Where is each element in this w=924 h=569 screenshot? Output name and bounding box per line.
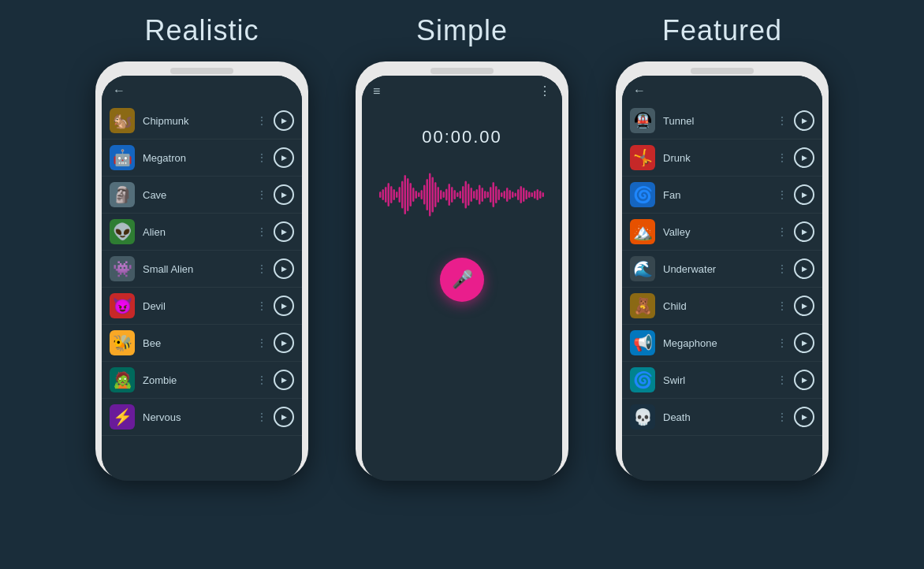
item-menu-icon[interactable]: ⋮ — [777, 226, 788, 237]
svg-rect-38 — [484, 191, 486, 199]
phone-simple: ≡⋮00:00.00🎤 — [356, 61, 568, 479]
phone-notch — [691, 68, 754, 74]
play-button[interactable]: ▶ — [274, 407, 294, 427]
filter-icon: 🧟 — [110, 367, 135, 392]
play-button[interactable]: ▶ — [274, 370, 294, 390]
svg-rect-23 — [443, 192, 445, 198]
filter-icon: 🚇 — [630, 108, 655, 133]
filter-name-label: Chipmunk — [143, 115, 257, 127]
item-menu-icon[interactable]: ⋮ — [257, 263, 267, 274]
play-button[interactable]: ▶ — [794, 370, 814, 390]
item-menu-icon[interactable]: ⋮ — [777, 300, 788, 311]
item-menu-icon[interactable]: ⋮ — [777, 411, 788, 422]
svg-rect-25 — [449, 184, 451, 206]
play-button[interactable]: ▶ — [274, 221, 294, 242]
play-button[interactable]: ▶ — [794, 221, 814, 242]
svg-rect-51 — [520, 186, 523, 203]
item-menu-icon[interactable]: ⋮ — [777, 337, 788, 348]
play-button[interactable]: ▶ — [794, 296, 814, 316]
svg-rect-5 — [393, 189, 396, 200]
svg-rect-20 — [434, 182, 437, 207]
svg-rect-21 — [438, 187, 440, 203]
svg-rect-35 — [476, 189, 479, 200]
filter-name-label: Child — [663, 300, 777, 312]
svg-rect-34 — [473, 191, 475, 199]
item-menu-icon[interactable]: ⋮ — [257, 411, 267, 422]
svg-rect-32 — [468, 184, 470, 206]
filter-icon: 😈 — [110, 293, 135, 318]
item-menu-icon[interactable]: ⋮ — [777, 152, 788, 163]
hamburger-icon[interactable]: ≡ — [373, 84, 380, 99]
filter-list: 🐿️Chipmunk⋮▶🤖Megatron⋮▶🗿Cave⋮▶👽Alien⋮▶👾S… — [102, 102, 302, 481]
item-menu-icon[interactable]: ⋮ — [257, 337, 267, 348]
svg-rect-0 — [379, 192, 382, 198]
item-menu-icon[interactable]: ⋮ — [777, 115, 788, 126]
item-menu-icon[interactable]: ⋮ — [257, 374, 267, 385]
item-menu-icon[interactable]: ⋮ — [257, 300, 267, 311]
filter-icon: 🤸 — [630, 145, 655, 170]
svg-rect-11 — [410, 183, 412, 206]
svg-rect-37 — [482, 188, 484, 202]
play-button[interactable]: ▶ — [274, 184, 294, 205]
filter-icon: 🤖 — [110, 145, 135, 170]
list-item: 😈Devil⋮▶ — [102, 288, 302, 325]
item-menu-icon[interactable]: ⋮ — [777, 374, 788, 385]
list-item: 🗿Cave⋮▶ — [102, 177, 302, 214]
svg-rect-43 — [498, 189, 501, 200]
play-button[interactable]: ▶ — [794, 333, 814, 353]
play-button[interactable]: ▶ — [274, 258, 294, 279]
filter-list: 🚇Tunnel⋮▶🤸Drunk⋮▶🌀Fan⋮▶🏔️Valley⋮▶🌊Underw… — [622, 102, 822, 481]
play-button[interactable]: ▶ — [794, 110, 814, 131]
top-bar: ← — [102, 76, 302, 102]
play-button[interactable]: ▶ — [274, 296, 294, 316]
play-button[interactable]: ▶ — [274, 333, 294, 353]
filter-icon: 📢 — [630, 330, 655, 355]
svg-rect-16 — [423, 185, 426, 205]
item-menu-icon[interactable]: ⋮ — [257, 189, 267, 200]
play-button[interactable]: ▶ — [794, 407, 814, 427]
list-item: 🤸Drunk⋮▶ — [622, 139, 822, 177]
play-button[interactable]: ▶ — [274, 110, 294, 131]
list-item: 🌊Underwater⋮▶ — [622, 251, 822, 288]
filter-icon: 💀 — [630, 404, 655, 430]
list-item: 🤖Megatron⋮▶ — [102, 139, 302, 177]
item-menu-icon[interactable]: ⋮ — [257, 226, 267, 237]
filter-name-label: Megatron — [143, 152, 257, 164]
mic-button[interactable]: 🎤 — [440, 258, 484, 302]
phone-realistic: ←🐿️Chipmunk⋮▶🤖Megatron⋮▶🗿Cave⋮▶👽Alien⋮▶👾… — [95, 61, 308, 479]
screen-featured: ←🚇Tunnel⋮▶🤸Drunk⋮▶🌀Fan⋮▶🏔️Valley⋮▶🌊Under… — [622, 76, 822, 481]
back-arrow-icon[interactable]: ← — [113, 84, 125, 98]
filter-icon: 🌀 — [630, 367, 655, 392]
item-menu-icon[interactable]: ⋮ — [777, 189, 788, 200]
item-menu-icon[interactable]: ⋮ — [777, 263, 788, 274]
top-bar: ≡⋮ — [362, 76, 562, 103]
list-item: 🐝Bee⋮▶ — [102, 325, 302, 362]
filter-name-label: Swirl — [663, 374, 777, 386]
play-button[interactable]: ▶ — [274, 147, 294, 168]
phone-inner: ←🚇Tunnel⋮▶🤸Drunk⋮▶🌀Fan⋮▶🏔️Valley⋮▶🌊Under… — [622, 76, 822, 481]
item-menu-icon[interactable]: ⋮ — [257, 115, 267, 126]
svg-rect-45 — [504, 191, 506, 199]
play-button[interactable]: ▶ — [794, 184, 814, 205]
list-item: 💀Death⋮▶ — [622, 399, 822, 436]
menu-dots-icon[interactable]: ⋮ — [538, 84, 551, 99]
svg-rect-7 — [399, 187, 401, 203]
play-button[interactable]: ▶ — [794, 147, 814, 168]
svg-rect-49 — [515, 193, 517, 197]
phone-inner: ←🐿️Chipmunk⋮▶🤖Megatron⋮▶🗿Cave⋮▶👽Alien⋮▶👾… — [102, 76, 302, 481]
svg-rect-1 — [382, 189, 385, 200]
svg-rect-30 — [462, 186, 464, 203]
svg-rect-48 — [512, 192, 514, 198]
svg-rect-33 — [471, 188, 473, 202]
list-item: 🧟Zombie⋮▶ — [102, 362, 302, 399]
svg-rect-3 — [388, 183, 390, 206]
back-arrow-icon[interactable]: ← — [633, 84, 646, 98]
play-button[interactable]: ▶ — [794, 258, 814, 279]
list-item: 👽Alien⋮▶ — [102, 214, 302, 251]
screen-simple: ≡⋮00:00.00🎤 — [362, 76, 562, 481]
filter-icon: 🏔️ — [630, 219, 655, 244]
list-item: 🧸Child⋮▶ — [622, 288, 822, 325]
item-menu-icon[interactable]: ⋮ — [257, 152, 267, 163]
svg-rect-26 — [451, 187, 453, 203]
svg-rect-10 — [407, 178, 409, 211]
